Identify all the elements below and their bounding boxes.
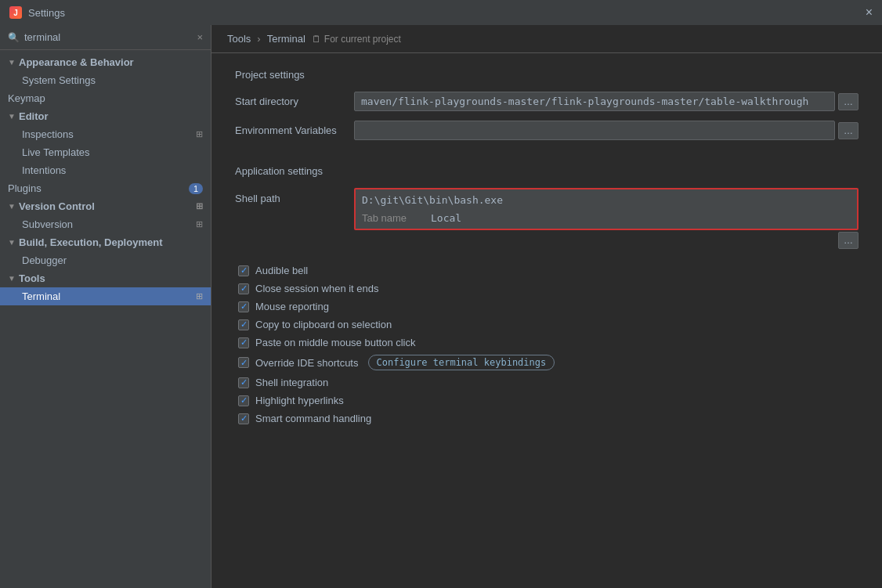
env-variables-input-wrapper: … — [354, 121, 859, 140]
sidebar-item-intentions[interactable]: Intentions — [0, 161, 211, 179]
search-input[interactable] — [24, 31, 192, 43]
sidebar-item-build-execution-deployment[interactable]: ▼ Build, Execution, Deployment — [0, 233, 211, 251]
close-button[interactable]: × — [866, 6, 873, 19]
plugins-badge: 1 — [189, 183, 203, 194]
sidebar-item-plugins[interactable]: Plugins 1 — [0, 179, 211, 197]
collapse-arrow: ▼ — [8, 58, 16, 67]
checkbox-label-highlight-hyperlinks: Highlight hyperlinks — [255, 395, 344, 406]
checkbox-row-audible-bell: Audible bell — [235, 265, 859, 276]
search-clear-icon[interactable]: × — [197, 31, 203, 43]
sidebar-item-terminal[interactable]: Terminal ⊞ — [0, 287, 211, 305]
collapse-arrow: ▼ — [8, 274, 16, 283]
settings-window: J Settings × 🔍 × ▼ Appearance & Behavior… — [0, 0, 882, 588]
project-badge: 🗒 For current project — [312, 34, 401, 45]
sidebar-item-label: System Settings — [22, 74, 96, 86]
checkbox-row-mouse-reporting: Mouse reporting — [235, 301, 859, 312]
title-bar-left: J Settings — [9, 6, 65, 19]
sidebar-item-label: Version Control — [19, 200, 95, 212]
sidebar-item-label: Keymap — [8, 92, 45, 104]
checkbox-label-close-session: Close session when it ends — [255, 283, 379, 294]
shell-tab-group: D:\git\Git\bin\bash.exe Tab name Local … — [354, 188, 859, 249]
project-label: For current project — [324, 34, 401, 45]
search-box: 🔍 × — [0, 25, 211, 50]
shell-path-outer-label: Shell path — [235, 188, 345, 204]
sidebar-item-version-control[interactable]: ▼ Version Control ⊞ — [0, 197, 211, 215]
checkbox-label-mouse-reporting: Mouse reporting — [255, 301, 329, 312]
start-directory-input[interactable] — [354, 92, 835, 111]
checkbox-label-shell-integration: Shell integration — [255, 377, 328, 388]
breadcrumb-tools: Tools — [227, 33, 251, 45]
sidebar-item-editor[interactable]: ▼ Editor — [0, 107, 211, 125]
sidebar-item-appearance-behavior[interactable]: ▼ Appearance & Behavior — [0, 53, 211, 71]
subversion-icon: ⊞ — [196, 219, 203, 229]
tab-name-label: Tab name — [362, 212, 425, 224]
checkbox-override-ide-shortcuts[interactable] — [238, 357, 249, 368]
sidebar-item-debugger[interactable]: Debugger — [0, 251, 211, 269]
window-title: Settings — [28, 7, 65, 19]
checkbox-smart-command-handling[interactable] — [238, 413, 249, 424]
sidebar-item-label: Inspections — [22, 128, 74, 140]
sidebar-item-label: Build, Execution, Deployment — [19, 236, 162, 248]
search-icon: 🔍 — [8, 32, 20, 43]
sidebar: 🔍 × ▼ Appearance & Behavior System Setti… — [0, 25, 211, 588]
sidebar-item-label: Plugins — [8, 182, 42, 194]
tab-name-inner-row: Tab name Local — [362, 212, 851, 224]
checkbox-label-override-ide-shortcuts: Override IDE shortcuts — [255, 357, 359, 369]
shell-path-browse-button[interactable]: … — [838, 232, 859, 249]
collapse-arrow: ▼ — [8, 112, 16, 121]
sidebar-item-label: Editor — [19, 110, 49, 122]
shell-tab-highlighted-group: D:\git\Git\bin\bash.exe Tab name Local — [354, 188, 859, 230]
breadcrumb-arrow-icon: › — [257, 33, 260, 45]
settings-content: Project settings Start directory … Envir… — [211, 53, 882, 588]
sidebar-item-label: Terminal — [22, 290, 60, 302]
sidebar-item-label: Debugger — [22, 254, 67, 266]
env-variables-label: Environment Variables — [235, 124, 345, 136]
project-icon: 🗒 — [312, 34, 321, 45]
sidebar-item-subversion[interactable]: Subversion ⊞ — [0, 215, 211, 233]
checkbox-shell-integration[interactable] — [238, 377, 249, 388]
start-directory-input-wrapper: … — [354, 92, 859, 111]
start-directory-browse-button[interactable]: … — [838, 93, 859, 110]
checkbox-copy-to-clipboard[interactable] — [238, 319, 249, 330]
sidebar-item-tools[interactable]: ▼ Tools — [0, 269, 211, 287]
breadcrumb-bar: Tools › Terminal 🗒 For current project — [211, 25, 882, 53]
collapse-arrow: ▼ — [8, 238, 16, 247]
sidebar-tree: ▼ Appearance & Behavior System Settings … — [0, 50, 211, 588]
configure-terminal-keybindings-button[interactable]: Configure terminal keybindings — [368, 355, 555, 370]
breadcrumb-terminal: Terminal — [267, 33, 305, 45]
checkbox-label-audible-bell: Audible bell — [255, 265, 308, 276]
checkbox-mouse-reporting[interactable] — [238, 301, 249, 312]
title-bar: J Settings × — [0, 0, 882, 25]
checkbox-row-highlight-hyperlinks: Highlight hyperlinks — [235, 395, 859, 406]
sidebar-item-label: Intentions — [22, 164, 66, 176]
checkbox-row-smart-command-handling: Smart command handling — [235, 413, 859, 424]
checkbox-paste-middle-mouse[interactable] — [238, 337, 249, 348]
sidebar-item-inspections[interactable]: Inspections ⊞ — [0, 125, 211, 143]
sidebar-item-label: Live Templates — [22, 146, 89, 158]
start-directory-row: Start directory … — [235, 92, 859, 111]
sidebar-item-live-templates[interactable]: Live Templates — [0, 143, 211, 161]
checkbox-label-copy-to-clipboard: Copy to clipboard on selection — [255, 319, 392, 330]
shell-path-value: D:\git\Git\bin\bash.exe — [362, 194, 503, 206]
sidebar-item-system-settings[interactable]: System Settings — [0, 71, 211, 89]
checkbox-row-shell-integration: Shell integration — [235, 377, 859, 388]
checkbox-audible-bell[interactable] — [238, 265, 249, 276]
collapse-arrow: ▼ — [8, 202, 16, 211]
env-variables-row: Environment Variables … — [235, 121, 859, 140]
checkbox-label-paste-middle-mouse: Paste on middle mouse button click — [255, 337, 416, 348]
checkbox-label-smart-command-handling: Smart command handling — [255, 413, 371, 424]
env-variables-input[interactable] — [354, 121, 835, 140]
sidebar-item-label: Subversion — [22, 218, 73, 230]
checkboxes-container: Audible bellClose session when it endsMo… — [235, 265, 859, 424]
checkbox-row-copy-to-clipboard: Copy to clipboard on selection — [235, 319, 859, 330]
env-variables-browse-button[interactable]: … — [838, 122, 859, 139]
start-directory-label: Start directory — [235, 96, 345, 107]
main-panel: Tools › Terminal 🗒 For current project P… — [211, 25, 882, 588]
checkbox-highlight-hyperlinks[interactable] — [238, 395, 249, 406]
content-area: 🔍 × ▼ Appearance & Behavior System Setti… — [0, 25, 882, 588]
tab-name-value: Local — [431, 212, 461, 224]
app-icon: J — [9, 6, 22, 19]
sidebar-item-keymap[interactable]: Keymap — [0, 89, 211, 107]
checkbox-close-session[interactable] — [238, 283, 249, 294]
inspections-icon: ⊞ — [196, 129, 203, 139]
